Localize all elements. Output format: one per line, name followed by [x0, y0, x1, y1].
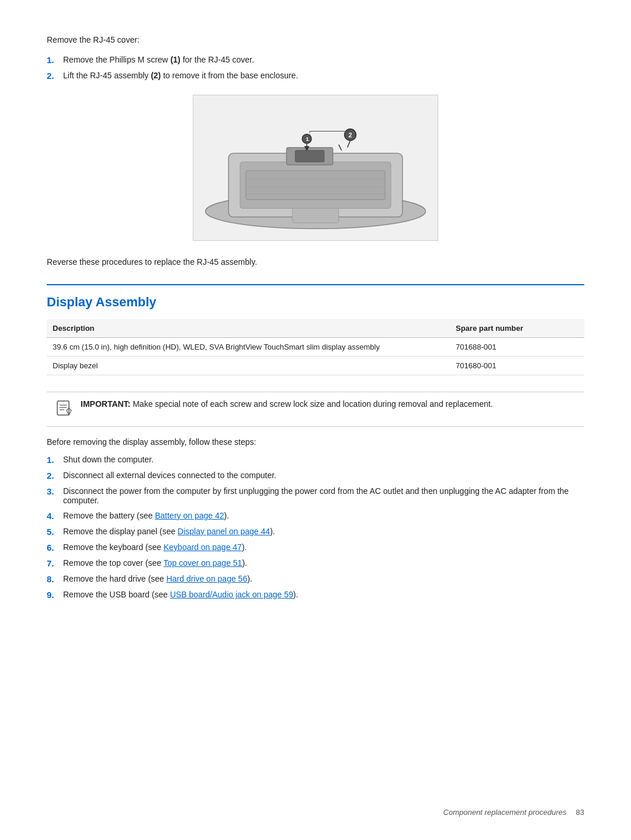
section-title: Display Assembly	[47, 295, 584, 310]
table-row: 39.6 cm (15.0 in), high definition (HD),…	[47, 338, 584, 357]
section-divider	[47, 284, 584, 285]
before-step-7: 7.Remove the top cover (see Top cover on…	[47, 558, 584, 568]
rj45-diagram: 1 2	[193, 95, 438, 241]
step-2: 2. Lift the RJ-45 assembly (2) to remove…	[47, 71, 584, 81]
important-label: IMPORTANT:	[81, 399, 130, 409]
before-step-4-link[interactable]: Battery on page 42	[155, 511, 224, 520]
before-step-4-num: 4.	[47, 511, 63, 521]
before-step-3: 3.Disconnect the power from the computer…	[47, 486, 584, 505]
svg-line-10	[339, 144, 342, 150]
document-icon	[56, 400, 72, 416]
before-step-1-num: 1.	[47, 455, 63, 465]
footer-page: 83	[576, 808, 584, 817]
table-header-description: Description	[47, 319, 450, 338]
before-step-6-num: 6.	[47, 542, 63, 552]
important-body: Make special note of each screw and scre…	[133, 399, 493, 409]
before-step-5: 5.Remove the display panel (see Display …	[47, 527, 584, 537]
important-box: IMPORTANT: Make special note of each scr…	[47, 392, 584, 427]
table-header-part-number: Spare part number	[450, 319, 584, 338]
before-step-1-text: Shut down the computer.	[63, 455, 584, 464]
before-step-9-link[interactable]: USB board/Audio jack on page 59	[170, 590, 293, 599]
page-footer: Component replacement procedures 83	[443, 808, 584, 817]
before-steps-intro: Before removing the display assembly, fo…	[47, 437, 584, 447]
rj45-steps-list: 1. Remove the Phillips M screw (1) for t…	[47, 55, 584, 81]
table-row: Display bezel701680-001	[47, 357, 584, 375]
before-step-9: 9.Remove the USB board (see USB board/Au…	[47, 590, 584, 600]
step-1-num: 1.	[47, 55, 63, 65]
svg-line-11	[348, 140, 351, 147]
svg-rect-4	[295, 150, 324, 162]
before-step-5-text: Remove the display panel (see Display pa…	[63, 527, 584, 536]
before-step-7-text: Remove the top cover (see Top cover on p…	[63, 558, 584, 568]
before-step-3-num: 3.	[47, 486, 63, 496]
before-step-2-text: Disconnect all external devices connecte…	[63, 471, 584, 480]
table-cell-part-number: 701688-001	[450, 338, 584, 357]
before-step-7-num: 7.	[47, 558, 63, 568]
svg-rect-18	[292, 208, 338, 223]
before-steps-list: 1.Shut down the computer.2.Disconnect al…	[47, 455, 584, 600]
before-step-4-text: Remove the battery (see Battery on page …	[63, 511, 584, 520]
before-step-6: 6.Remove the keyboard (see Keyboard on p…	[47, 542, 584, 552]
svg-rect-19	[57, 401, 69, 415]
before-step-8-num: 8.	[47, 574, 63, 584]
step-1-text: Remove the Phillips M screw (1) for the …	[63, 55, 584, 64]
important-content: IMPORTANT: Make special note of each scr…	[81, 399, 493, 409]
before-step-2: 2.Disconnect all external devices connec…	[47, 471, 584, 481]
step-1: 1. Remove the Phillips M screw (1) for t…	[47, 55, 584, 65]
footer-label: Component replacement procedures	[443, 808, 567, 817]
before-step-8-link[interactable]: Hard drive on page 56	[167, 574, 248, 583]
before-step-4: 4.Remove the battery (see Battery on pag…	[47, 511, 584, 521]
step-2-text: Lift the RJ-45 assembly (2) to remove it…	[63, 71, 584, 80]
table-cell-description: Display bezel	[47, 357, 450, 375]
before-step-7-link[interactable]: Top cover on page 51	[164, 558, 242, 568]
intro-remove-cover: Remove the RJ-45 cover:	[47, 35, 584, 44]
before-step-6-link[interactable]: Keyboard on page 47	[164, 542, 242, 552]
before-step-6-text: Remove the keyboard (see Keyboard on pag…	[63, 542, 584, 552]
diagram-container: 1 2	[47, 95, 584, 241]
svg-text:1: 1	[306, 136, 309, 142]
before-step-5-num: 5.	[47, 527, 63, 537]
table-cell-part-number: 701680-001	[450, 357, 584, 375]
before-step-1: 1.Shut down the computer.	[47, 455, 584, 465]
important-icon	[56, 400, 75, 419]
before-step-3-text: Disconnect the power from the computer b…	[63, 486, 584, 505]
before-step-8: 8.Remove the hard drive (see Hard drive …	[47, 574, 584, 584]
parts-table: Description Spare part number 39.6 cm (1…	[47, 319, 584, 375]
reverse-procedures-text: Reverse these procedures to replace the …	[47, 257, 584, 267]
table-cell-description: 39.6 cm (15.0 in), high definition (HD),…	[47, 338, 450, 357]
before-step-2-num: 2.	[47, 471, 63, 481]
before-step-5-link[interactable]: Display panel on page 44	[178, 527, 270, 536]
before-step-8-text: Remove the hard drive (see Hard drive on…	[63, 574, 584, 583]
step-2-num: 2.	[47, 71, 63, 81]
svg-text:2: 2	[349, 132, 352, 139]
before-step-9-text: Remove the USB board (see USB board/Audi…	[63, 590, 584, 599]
before-step-9-num: 9.	[47, 590, 63, 600]
svg-rect-14	[246, 171, 385, 200]
